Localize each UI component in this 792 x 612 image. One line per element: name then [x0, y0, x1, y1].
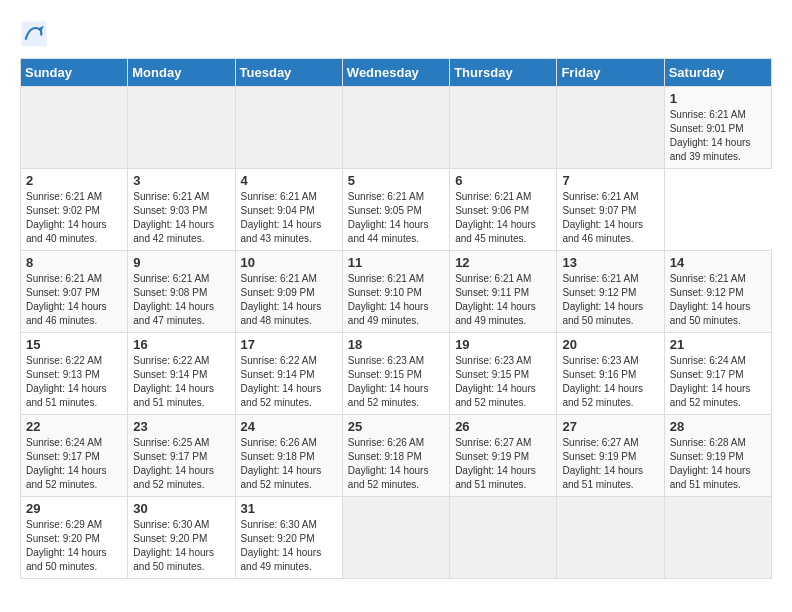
day-number: 6: [455, 173, 551, 188]
svg-rect-0: [21, 21, 46, 46]
cell-info: Sunrise: 6:26 AMSunset: 9:18 PMDaylight:…: [348, 437, 429, 490]
week-row-5: 22Sunrise: 6:24 AMSunset: 9:17 PMDayligh…: [21, 415, 772, 497]
day-cell: 5Sunrise: 6:21 AMSunset: 9:05 PMDaylight…: [342, 169, 449, 251]
day-cell: 18Sunrise: 6:23 AMSunset: 9:15 PMDayligh…: [342, 333, 449, 415]
cell-info: Sunrise: 6:27 AMSunset: 9:19 PMDaylight:…: [455, 437, 536, 490]
cell-info: Sunrise: 6:28 AMSunset: 9:19 PMDaylight:…: [670, 437, 751, 490]
cell-info: Sunrise: 6:30 AMSunset: 9:20 PMDaylight:…: [241, 519, 322, 572]
cell-info: Sunrise: 6:21 AMSunset: 9:10 PMDaylight:…: [348, 273, 429, 326]
header-sunday: Sunday: [21, 59, 128, 87]
logo: [20, 20, 52, 48]
calendar-table: SundayMondayTuesdayWednesdayThursdayFrid…: [20, 58, 772, 579]
logo-icon: [20, 20, 48, 48]
day-number: 12: [455, 255, 551, 270]
day-number: 23: [133, 419, 229, 434]
empty-cell: [450, 87, 557, 169]
day-cell: 30Sunrise: 6:30 AMSunset: 9:20 PMDayligh…: [128, 497, 235, 579]
header-monday: Monday: [128, 59, 235, 87]
cell-info: Sunrise: 6:21 AMSunset: 9:08 PMDaylight:…: [133, 273, 214, 326]
cell-info: Sunrise: 6:23 AMSunset: 9:16 PMDaylight:…: [562, 355, 643, 408]
day-number: 16: [133, 337, 229, 352]
cell-info: Sunrise: 6:21 AMSunset: 9:01 PMDaylight:…: [670, 109, 751, 162]
week-row-3: 8Sunrise: 6:21 AMSunset: 9:07 PMDaylight…: [21, 251, 772, 333]
cell-info: Sunrise: 6:23 AMSunset: 9:15 PMDaylight:…: [455, 355, 536, 408]
day-cell: 6Sunrise: 6:21 AMSunset: 9:06 PMDaylight…: [450, 169, 557, 251]
cell-info: Sunrise: 6:21 AMSunset: 9:04 PMDaylight:…: [241, 191, 322, 244]
day-cell: 22Sunrise: 6:24 AMSunset: 9:17 PMDayligh…: [21, 415, 128, 497]
day-cell: 20Sunrise: 6:23 AMSunset: 9:16 PMDayligh…: [557, 333, 664, 415]
day-number: 5: [348, 173, 444, 188]
cell-info: Sunrise: 6:21 AMSunset: 9:09 PMDaylight:…: [241, 273, 322, 326]
day-cell: 17Sunrise: 6:22 AMSunset: 9:14 PMDayligh…: [235, 333, 342, 415]
cell-info: Sunrise: 6:25 AMSunset: 9:17 PMDaylight:…: [133, 437, 214, 490]
week-row-6: 29Sunrise: 6:29 AMSunset: 9:20 PMDayligh…: [21, 497, 772, 579]
day-number: 2: [26, 173, 122, 188]
calendar-header: SundayMondayTuesdayWednesdayThursdayFrid…: [21, 59, 772, 87]
empty-cell: [557, 87, 664, 169]
day-cell: [342, 497, 449, 579]
empty-cell: [235, 87, 342, 169]
day-cell: 29Sunrise: 6:29 AMSunset: 9:20 PMDayligh…: [21, 497, 128, 579]
day-cell: 27Sunrise: 6:27 AMSunset: 9:19 PMDayligh…: [557, 415, 664, 497]
day-number: 19: [455, 337, 551, 352]
day-number: 7: [562, 173, 658, 188]
week-row-1: 1Sunrise: 6:21 AMSunset: 9:01 PMDaylight…: [21, 87, 772, 169]
cell-info: Sunrise: 6:21 AMSunset: 9:11 PMDaylight:…: [455, 273, 536, 326]
day-number: 18: [348, 337, 444, 352]
cell-info: Sunrise: 6:21 AMSunset: 9:03 PMDaylight:…: [133, 191, 214, 244]
day-number: 17: [241, 337, 337, 352]
header-row: SundayMondayTuesdayWednesdayThursdayFrid…: [21, 59, 772, 87]
day-number: 29: [26, 501, 122, 516]
cell-info: Sunrise: 6:29 AMSunset: 9:20 PMDaylight:…: [26, 519, 107, 572]
day-cell: 4Sunrise: 6:21 AMSunset: 9:04 PMDaylight…: [235, 169, 342, 251]
day-number: 20: [562, 337, 658, 352]
cell-info: Sunrise: 6:22 AMSunset: 9:14 PMDaylight:…: [133, 355, 214, 408]
day-cell: 7Sunrise: 6:21 AMSunset: 9:07 PMDaylight…: [557, 169, 664, 251]
day-cell: 10Sunrise: 6:21 AMSunset: 9:09 PMDayligh…: [235, 251, 342, 333]
cell-info: Sunrise: 6:21 AMSunset: 9:07 PMDaylight:…: [562, 191, 643, 244]
day-cell: 13Sunrise: 6:21 AMSunset: 9:12 PMDayligh…: [557, 251, 664, 333]
cell-info: Sunrise: 6:24 AMSunset: 9:17 PMDaylight:…: [26, 437, 107, 490]
cell-info: Sunrise: 6:21 AMSunset: 9:06 PMDaylight:…: [455, 191, 536, 244]
cell-info: Sunrise: 6:21 AMSunset: 9:05 PMDaylight:…: [348, 191, 429, 244]
day-number: 9: [133, 255, 229, 270]
cell-info: Sunrise: 6:23 AMSunset: 9:15 PMDaylight:…: [348, 355, 429, 408]
day-number: 14: [670, 255, 766, 270]
day-cell: [557, 497, 664, 579]
day-cell: 14Sunrise: 6:21 AMSunset: 9:12 PMDayligh…: [664, 251, 771, 333]
cell-info: Sunrise: 6:24 AMSunset: 9:17 PMDaylight:…: [670, 355, 751, 408]
day-number: 22: [26, 419, 122, 434]
day-number: 26: [455, 419, 551, 434]
day-cell: 21Sunrise: 6:24 AMSunset: 9:17 PMDayligh…: [664, 333, 771, 415]
header-wednesday: Wednesday: [342, 59, 449, 87]
day-number: 28: [670, 419, 766, 434]
day-cell: 8Sunrise: 6:21 AMSunset: 9:07 PMDaylight…: [21, 251, 128, 333]
day-number: 27: [562, 419, 658, 434]
empty-cell: [128, 87, 235, 169]
cell-info: Sunrise: 6:27 AMSunset: 9:19 PMDaylight:…: [562, 437, 643, 490]
day-cell: 16Sunrise: 6:22 AMSunset: 9:14 PMDayligh…: [128, 333, 235, 415]
day-number: 10: [241, 255, 337, 270]
calendar-body: 1Sunrise: 6:21 AMSunset: 9:01 PMDaylight…: [21, 87, 772, 579]
header-friday: Friday: [557, 59, 664, 87]
header-thursday: Thursday: [450, 59, 557, 87]
day-number: 25: [348, 419, 444, 434]
day-cell: 1Sunrise: 6:21 AMSunset: 9:01 PMDaylight…: [664, 87, 771, 169]
day-number: 31: [241, 501, 337, 516]
day-cell: 28Sunrise: 6:28 AMSunset: 9:19 PMDayligh…: [664, 415, 771, 497]
day-number: 4: [241, 173, 337, 188]
day-number: 11: [348, 255, 444, 270]
day-number: 13: [562, 255, 658, 270]
empty-cell: [21, 87, 128, 169]
day-number: 1: [670, 91, 766, 106]
day-cell: 9Sunrise: 6:21 AMSunset: 9:08 PMDaylight…: [128, 251, 235, 333]
day-cell: 31Sunrise: 6:30 AMSunset: 9:20 PMDayligh…: [235, 497, 342, 579]
day-cell: 12Sunrise: 6:21 AMSunset: 9:11 PMDayligh…: [450, 251, 557, 333]
day-number: 21: [670, 337, 766, 352]
week-row-4: 15Sunrise: 6:22 AMSunset: 9:13 PMDayligh…: [21, 333, 772, 415]
day-cell: 23Sunrise: 6:25 AMSunset: 9:17 PMDayligh…: [128, 415, 235, 497]
day-cell: 2Sunrise: 6:21 AMSunset: 9:02 PMDaylight…: [21, 169, 128, 251]
day-cell: 19Sunrise: 6:23 AMSunset: 9:15 PMDayligh…: [450, 333, 557, 415]
day-number: 24: [241, 419, 337, 434]
day-number: 15: [26, 337, 122, 352]
